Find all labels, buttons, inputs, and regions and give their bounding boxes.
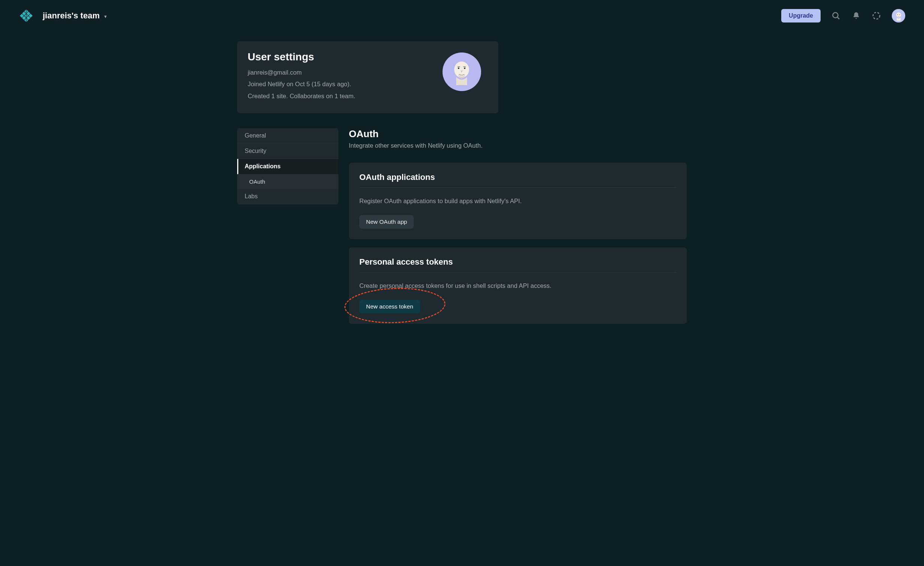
user-avatar-small[interactable] bbox=[892, 9, 905, 23]
header-left: jianreis's team ▼ bbox=[19, 8, 108, 23]
svg-point-10 bbox=[897, 14, 898, 15]
oauth-apps-heading: OAuth applications bbox=[359, 173, 676, 188]
settings-sidebar: General Security Applications OAuth Labs bbox=[237, 128, 338, 204]
svg-point-13 bbox=[458, 68, 459, 69]
personal-access-tokens-panel: Personal access tokens Create personal a… bbox=[349, 248, 687, 324]
oauth-applications-panel: OAuth applications Register OAuth applic… bbox=[349, 163, 687, 239]
header-right: Upgrade bbox=[781, 9, 905, 23]
section-description: Integrate other services with Netlify us… bbox=[349, 142, 687, 149]
annotation-highlight: New access token bbox=[359, 300, 420, 313]
section-title: OAuth bbox=[349, 128, 687, 140]
team-switcher[interactable]: jianreis's team ▼ bbox=[43, 11, 108, 21]
sidebar-item-labs[interactable]: Labs bbox=[237, 189, 338, 204]
netlify-logo-icon[interactable] bbox=[19, 8, 34, 23]
user-joined: Joined Netlify on Oct 5 (15 days ago). bbox=[248, 78, 355, 90]
app-header: jianreis's team ▼ Upgrade bbox=[0, 0, 924, 32]
notifications-icon[interactable] bbox=[851, 11, 861, 21]
user-email: jianreis@gmail.com bbox=[248, 67, 355, 78]
page-title: User settings bbox=[248, 51, 355, 63]
main-area: General Security Applications OAuth Labs… bbox=[237, 128, 687, 332]
sidebar-item-security[interactable]: Security bbox=[237, 144, 338, 159]
team-name: jianreis's team bbox=[43, 11, 100, 21]
help-icon[interactable] bbox=[872, 11, 881, 21]
user-avatar-large bbox=[442, 53, 481, 91]
tokens-desc: Create personal access tokens for use in… bbox=[359, 282, 676, 289]
tokens-heading: Personal access tokens bbox=[359, 257, 676, 273]
user-stats: Created 1 site. Collaborates on 1 team. bbox=[248, 90, 355, 102]
sidebar-item-applications[interactable]: Applications bbox=[237, 159, 338, 174]
upgrade-button[interactable]: Upgrade bbox=[781, 9, 820, 23]
content-area: OAuth Integrate other services with Netl… bbox=[349, 128, 687, 332]
page-container: User settings jianreis@gmail.com Joined … bbox=[222, 41, 702, 332]
svg-point-14 bbox=[464, 68, 466, 69]
user-settings-card: User settings jianreis@gmail.com Joined … bbox=[237, 41, 498, 113]
new-oauth-app-button[interactable]: New OAuth app bbox=[359, 215, 414, 229]
new-access-token-button[interactable]: New access token bbox=[359, 300, 420, 313]
search-icon[interactable] bbox=[831, 11, 841, 21]
user-info: User settings jianreis@gmail.com Joined … bbox=[248, 51, 355, 102]
svg-line-7 bbox=[837, 17, 839, 19]
svg-point-8 bbox=[873, 12, 880, 19]
sidebar-subitem-oauth[interactable]: OAuth bbox=[237, 174, 338, 189]
chevron-down-icon: ▼ bbox=[104, 14, 108, 19]
sidebar-item-general[interactable]: General bbox=[237, 128, 338, 144]
svg-point-11 bbox=[899, 14, 900, 15]
oauth-apps-desc: Register OAuth applications to build app… bbox=[359, 198, 676, 205]
svg-point-6 bbox=[833, 13, 838, 18]
